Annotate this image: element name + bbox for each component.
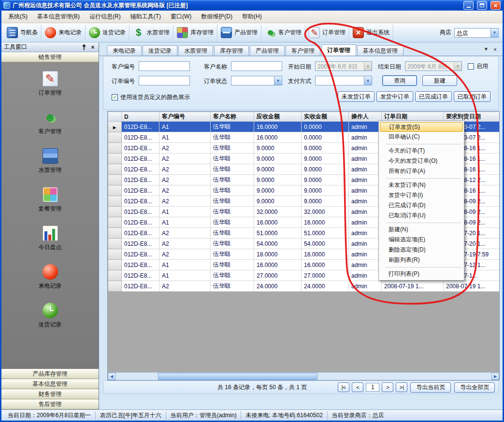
- column-header[interactable]: 要求到货日期: [444, 112, 500, 122]
- context-menu-item[interactable]: [386, 265, 461, 269]
- sidebar-item[interactable]: 订单管理: [39, 71, 62, 97]
- row-selector[interactable]: [108, 132, 122, 143]
- menu-item[interactable]: 帮助(H): [237, 10, 267, 23]
- pin-icon[interactable]: [81, 44, 87, 51]
- next-page-button[interactable]: >: [382, 382, 393, 392]
- chevron-down-icon[interactable]: ▼: [490, 28, 498, 37]
- sidebar-item[interactable]: 客户管理: [39, 110, 62, 136]
- tab[interactable]: 库存管理: [214, 45, 249, 56]
- toolbar-button[interactable]: 订单管理: [305, 25, 349, 41]
- toolbar-button[interactable]: 退出系统: [349, 25, 393, 41]
- status-filter-button[interactable]: 已完成订单: [415, 91, 452, 102]
- checkbox-icon[interactable]: [468, 63, 474, 70]
- scrollbar-thumb[interactable]: [158, 373, 317, 380]
- chevron-down-icon[interactable]: ▼: [454, 62, 461, 70]
- row-selector[interactable]: [108, 228, 122, 239]
- sidebar-item[interactable]: 水票管理: [39, 148, 62, 174]
- context-menu-item[interactable]: 已完成订单(D): [380, 200, 463, 211]
- context-menu-item[interactable]: 所有的订单(A): [380, 166, 463, 176]
- row-selector[interactable]: [108, 143, 122, 154]
- row-selector[interactable]: [108, 270, 122, 281]
- start-date-picker[interactable]: 2009年 6月 8日 ▼: [315, 61, 372, 71]
- tab-close-icon[interactable]: ×: [493, 46, 497, 53]
- close-button[interactable]: ×: [490, 1, 501, 10]
- pay-method-combobox[interactable]: ▼: [315, 76, 372, 85]
- toolbar-button[interactable]: 库存管理: [173, 25, 217, 41]
- context-menu-item[interactable]: 今天的订单(T): [380, 146, 463, 156]
- tab[interactable]: 送货记录: [143, 45, 177, 56]
- context-menu-item[interactable]: 未发货订单(N): [380, 180, 463, 190]
- context-menu-item[interactable]: 回单确认(C): [380, 132, 463, 142]
- row-selector[interactable]: [108, 281, 122, 292]
- column-header[interactable]: D: [122, 112, 159, 122]
- chevron-down-icon[interactable]: ▼: [364, 62, 372, 70]
- column-header[interactable]: [108, 112, 122, 122]
- row-selector[interactable]: [108, 164, 122, 175]
- column-header[interactable]: 客户编号: [159, 112, 211, 122]
- column-header[interactable]: 订单日期: [382, 112, 444, 122]
- sidebar-item[interactable]: 来电记录: [39, 264, 62, 290]
- context-menu-item[interactable]: [386, 221, 461, 225]
- end-date-picker[interactable]: 2009年 6月 8日 ▼: [405, 61, 462, 71]
- row-selector[interactable]: [108, 249, 122, 260]
- row-selector[interactable]: [108, 196, 122, 207]
- context-menu-item[interactable]: 编辑选定项(E): [380, 235, 463, 245]
- order-status-combobox[interactable]: ▼: [231, 76, 282, 85]
- row-selector[interactable]: [108, 217, 122, 228]
- context-menu-item[interactable]: 刷新列表(R): [380, 255, 463, 265]
- context-menu-item[interactable]: [386, 142, 461, 146]
- column-header[interactable]: 操作人: [349, 112, 382, 122]
- menu-item[interactable]: 辅助工具(T): [126, 10, 166, 23]
- sidebar-item[interactable]: 今日盘点: [39, 225, 62, 252]
- enable-date-checkbox[interactable]: 启用: [468, 62, 488, 70]
- context-menu-item[interactable]: 已取消订单(U): [380, 211, 463, 221]
- scroll-right-icon[interactable]: ▶: [491, 373, 499, 380]
- context-menu-item[interactable]: [386, 176, 461, 180]
- toolbar-button[interactable]: 来电记录: [42, 25, 86, 41]
- sidebar-group[interactable]: 基本信息管理: [1, 379, 99, 389]
- context-menu-item[interactable]: 发货中订单(I): [380, 190, 463, 200]
- toolbar-button[interactable]: 产品管理: [217, 25, 261, 41]
- sidebar-item[interactable]: 套餐管理: [39, 187, 62, 213]
- tab[interactable]: 来电记录: [107, 45, 142, 56]
- order-no-input[interactable]: [139, 76, 190, 85]
- sidebar-group[interactable]: 产品库存管理: [1, 369, 99, 379]
- context-menu-item[interactable]: 今天的发货订单(O): [380, 156, 463, 166]
- menu-item[interactable]: 窗口(W): [166, 10, 196, 23]
- toolbar-button[interactable]: 客户管理: [261, 25, 305, 41]
- sidebar-group-sales[interactable]: 销售管理: [1, 52, 99, 62]
- column-header[interactable]: 客户名称: [211, 112, 254, 122]
- context-menu-item[interactable]: 新建(N): [380, 225, 463, 235]
- menu-item[interactable]: 系统(S): [3, 10, 32, 23]
- menu-item[interactable]: 基本信息管理(B): [32, 10, 85, 23]
- menu-item[interactable]: 数据维护(D): [196, 10, 237, 23]
- page-number-input[interactable]: 1: [366, 383, 379, 392]
- prev-page-button[interactable]: <: [352, 382, 363, 392]
- context-menu-item[interactable]: 删除选定项(D): [380, 245, 463, 255]
- horizontal-scrollbar[interactable]: ◀ ▶: [108, 372, 499, 380]
- row-selector[interactable]: [108, 175, 122, 185]
- first-page-button[interactable]: |<: [338, 382, 349, 392]
- tab[interactable]: 客户管理: [286, 45, 320, 56]
- toolbar-button[interactable]: 送货记录: [86, 25, 130, 41]
- chevron-down-icon[interactable]: ▼: [274, 76, 282, 85]
- row-selector[interactable]: [108, 154, 122, 164]
- table-row[interactable]: 012D-E8... A2 伍华聪 24.0000 24.0000 admin …: [108, 281, 500, 292]
- checkbox-checked-icon[interactable]: ✓: [112, 94, 118, 100]
- tab[interactable]: 水票管理: [178, 45, 213, 56]
- toolbar-button[interactable]: 导航条: [3, 25, 42, 41]
- sidebar-group[interactable]: 财务管理: [1, 389, 99, 399]
- maximize-button[interactable]: [477, 1, 487, 10]
- query-button[interactable]: 查询: [382, 75, 417, 86]
- row-selector[interactable]: [108, 185, 122, 196]
- context-menu-item[interactable]: 订单发货(S): [380, 122, 463, 132]
- export-current-page-button[interactable]: 导出当前页: [410, 382, 451, 393]
- status-filter-button[interactable]: 未发货订单: [338, 91, 374, 102]
- row-selector[interactable]: [108, 260, 122, 270]
- tab[interactable]: 基本信息管理: [357, 45, 403, 56]
- row-selector[interactable]: [108, 239, 122, 249]
- scroll-left-icon[interactable]: ◀: [108, 373, 115, 380]
- row-selector[interactable]: [108, 207, 122, 217]
- row-selector[interactable]: [108, 122, 122, 132]
- chevron-down-icon[interactable]: ▼: [364, 76, 372, 85]
